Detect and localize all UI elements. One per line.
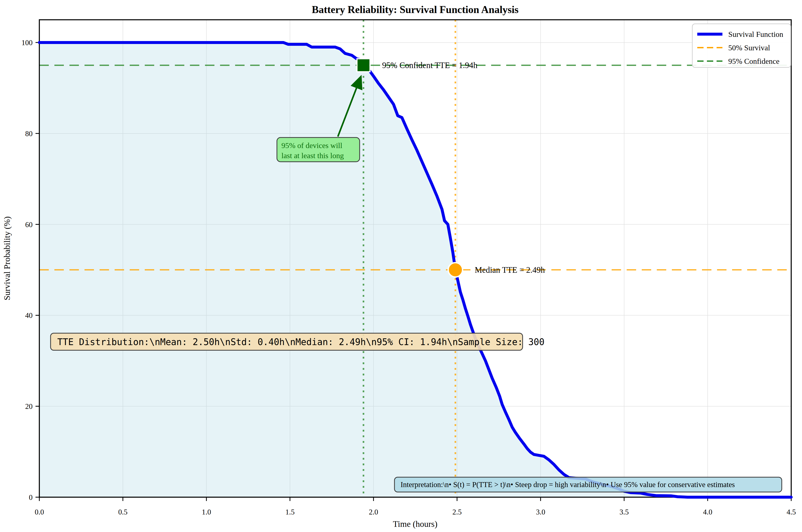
x-tick-label: 0.0: [35, 508, 44, 516]
y-axis-label: Survival Probability (%): [2, 216, 12, 300]
x-tick-label: 3.5: [619, 508, 629, 516]
y-tick-label: 100: [22, 39, 33, 47]
y-tick-label: 0: [29, 493, 33, 501]
legend-label-50-survival: 50% Survival: [728, 43, 770, 52]
callout-line2: last at least this long: [281, 151, 344, 160]
confident-tte-marker: [357, 59, 370, 72]
x-tick-label: 2.0: [369, 508, 378, 516]
x-tick-label: 4.0: [703, 508, 712, 516]
interpretation-box-text: Interpretation:\n• S(t) = P(TTE > t)\n• …: [400, 480, 735, 489]
x-tick-label: 1.0: [202, 508, 211, 516]
confident-tte-annotation: 95% Confident TTE = 1.94h: [382, 61, 478, 70]
x-tick-label: 1.5: [285, 508, 295, 516]
y-tick-label: 20: [25, 402, 33, 411]
x-tick-label: 0.5: [118, 508, 128, 516]
stats-box-text: TTE Distribution:\nMean: 2.50h\nStd: 0.4…: [57, 337, 544, 347]
median-tte-marker: [448, 263, 463, 277]
x-tick-label: 3.0: [536, 508, 545, 516]
x-tick-label: 4.5: [786, 508, 796, 516]
y-tick-label: 40: [25, 311, 33, 320]
x-axis-label: Time (hours): [393, 519, 437, 529]
median-tte-annotation: Median TTE = 2.49h: [475, 265, 545, 274]
legend-label-95-confidence: 95% Confidence: [728, 57, 780, 65]
legend-label-survival: Survival Function: [728, 30, 783, 38]
x-tick-label: 2.5: [452, 508, 462, 516]
y-tick-label: 60: [25, 221, 33, 229]
survival-chart-canvas: 0.00.51.01.52.02.53.03.54.04.50204060801…: [0, 0, 802, 532]
chart-title: Battery Reliability: Survival Function A…: [312, 4, 519, 15]
survival-analysis-figure: 0.00.51.01.52.02.53.03.54.04.50204060801…: [0, 0, 802, 532]
callout-line1: 95% of devices will: [281, 141, 342, 150]
y-tick-label: 80: [25, 130, 33, 138]
legend: Survival Function 50% Survival 95% Confi…: [692, 24, 791, 68]
